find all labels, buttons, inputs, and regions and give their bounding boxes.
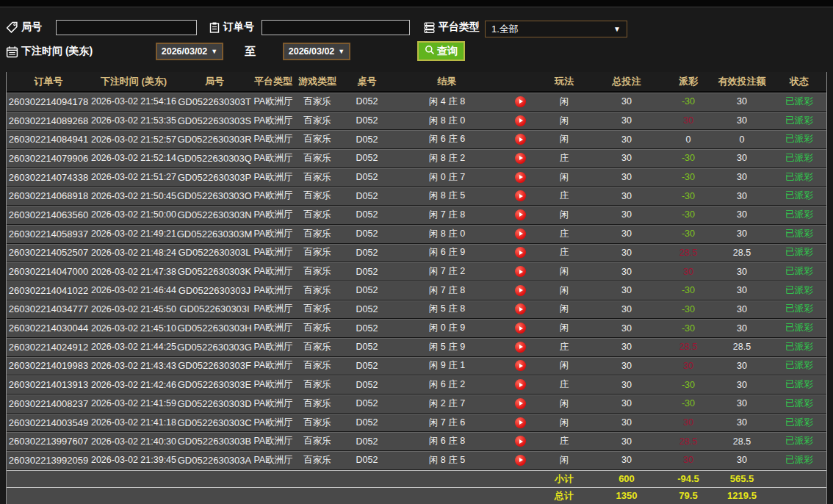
cell-table-no: D052 xyxy=(340,112,394,130)
cell-order-no: 260302214068918 xyxy=(7,187,90,205)
cell-order-no: 260302214058937 xyxy=(7,225,90,243)
cell-game-no: GD0522630303L xyxy=(177,244,252,262)
replay-button[interactable] xyxy=(515,455,526,466)
replay-button[interactable] xyxy=(515,247,526,258)
cell-result: 闲 0 庄 7 xyxy=(394,168,500,187)
cell-valid-bet: 30 xyxy=(712,451,772,469)
cell-payout: -30 xyxy=(665,281,712,300)
cell-play: 庄 xyxy=(540,375,588,394)
date-from-picker[interactable]: 2026/03/02 ▼ xyxy=(156,43,223,60)
replay-button[interactable] xyxy=(515,266,526,277)
replay-button[interactable] xyxy=(515,228,526,240)
cell-replay xyxy=(500,168,540,187)
replay-button[interactable] xyxy=(515,303,526,314)
cell-payout: 30 xyxy=(665,262,712,281)
col-header-total-bet: 总投注 xyxy=(588,72,665,91)
cell-bet-time: 2026-03-02 21:43:43 xyxy=(90,357,177,375)
date-to-picker[interactable]: 2026/03/02 ▼ xyxy=(283,43,350,60)
query-button[interactable]: 查询 xyxy=(417,41,465,61)
replay-button[interactable] xyxy=(515,172,526,183)
cell-status: 已派彩 xyxy=(772,149,826,168)
cell-replay xyxy=(500,375,540,394)
cell-valid-bet: 30 xyxy=(712,300,772,319)
total-valid-bet: 1219.5 xyxy=(712,488,772,504)
replay-button[interactable] xyxy=(515,436,526,447)
replay-button[interactable] xyxy=(515,398,526,409)
cell-table-no: D052 xyxy=(340,262,394,281)
cell-status: 已派彩 xyxy=(772,357,826,375)
cell-total-bet: 30 xyxy=(588,130,665,148)
cell-payout: 30 xyxy=(665,414,712,432)
order-no-input[interactable] xyxy=(262,20,410,35)
subtotal-payout: -94.5 xyxy=(665,471,712,487)
cell-play: 闲 xyxy=(540,414,588,432)
cell-play: 闲 xyxy=(540,262,588,281)
table-row: 260302214068918 2026-03-02 21:50:45 GD05… xyxy=(7,187,826,206)
game-no-input[interactable] xyxy=(56,20,197,35)
cell-valid-bet: 28.5 xyxy=(712,244,772,262)
cell-platform: PA欧洲厅 xyxy=(252,130,295,148)
play-icon xyxy=(519,118,523,123)
chevron-down-icon: ▼ xyxy=(211,48,217,55)
replay-button[interactable] xyxy=(515,360,526,371)
cell-result: 闲 2 庄 7 xyxy=(394,395,500,413)
col-header-platform: 平台类型 xyxy=(252,72,295,91)
replay-button[interactable] xyxy=(515,134,526,145)
cell-game-no: GD0522630303J xyxy=(177,281,252,300)
cell-table-no: D052 xyxy=(340,130,394,148)
replay-button[interactable] xyxy=(515,323,526,334)
total-payout: 79.5 xyxy=(665,488,712,504)
cell-order-no: 260302214024912 xyxy=(7,338,90,356)
total-label: 总计 xyxy=(540,488,588,504)
replay-button[interactable] xyxy=(515,96,526,107)
cell-game-type: 百家乐 xyxy=(295,244,340,262)
replay-button[interactable] xyxy=(515,115,526,126)
play-icon xyxy=(519,270,523,274)
cell-total-bet: 30 xyxy=(588,244,665,262)
replay-button[interactable] xyxy=(515,190,526,201)
cell-result: 闲 6 庄 9 xyxy=(394,244,500,262)
cell-payout: -30 xyxy=(665,93,712,111)
replay-button[interactable] xyxy=(515,379,526,390)
cell-valid-bet: 28.5 xyxy=(712,338,772,356)
cell-valid-bet: 30 xyxy=(712,395,772,413)
replay-button[interactable] xyxy=(515,153,526,164)
replay-button[interactable] xyxy=(515,417,526,428)
cell-play: 庄 xyxy=(540,149,588,168)
play-icon xyxy=(519,345,523,349)
cell-status: 已派彩 xyxy=(772,432,826,450)
cell-game-type: 百家乐 xyxy=(295,112,340,130)
cell-play: 闲 xyxy=(540,357,588,375)
total-total-bet: 1350 xyxy=(588,488,665,504)
cell-game-no: GD0522630303B xyxy=(177,432,252,450)
cell-game-no: GD0522630303C xyxy=(177,414,252,432)
search-icon xyxy=(425,45,435,57)
cell-game-type: 百家乐 xyxy=(295,206,340,224)
cell-play: 庄 xyxy=(540,244,588,262)
table-row: 260302214063560 2026-03-02 21:50:00 GD05… xyxy=(7,206,826,225)
play-icon xyxy=(519,401,523,406)
cell-replay xyxy=(500,357,540,375)
cell-valid-bet: 30 xyxy=(712,225,772,243)
replay-button[interactable] xyxy=(515,285,526,296)
play-icon xyxy=(519,231,523,236)
cell-replay xyxy=(500,225,540,243)
cell-total-bet: 30 xyxy=(588,357,665,375)
cell-replay xyxy=(500,149,540,168)
cell-game-type: 百家乐 xyxy=(295,338,340,356)
cell-table-no: D052 xyxy=(340,281,394,300)
cell-table-no: D052 xyxy=(340,375,394,394)
cell-result: 闲 4 庄 8 xyxy=(394,93,500,111)
game-no-label: 局号 xyxy=(6,21,42,34)
cell-game-no: GD0522630303D xyxy=(177,395,252,413)
table-row: 260302214058937 2026-03-02 21:49:21 GD05… xyxy=(7,225,826,244)
platform-type-select[interactable]: 1.全部 ▼ xyxy=(485,21,627,37)
cell-payout: -30 xyxy=(665,225,712,243)
replay-button[interactable] xyxy=(515,209,526,220)
cell-payout: 30 xyxy=(665,112,712,130)
cell-play: 庄 xyxy=(540,432,588,450)
cell-total-bet: 30 xyxy=(588,225,665,243)
cell-game-type: 百家乐 xyxy=(295,300,340,319)
cell-total-bet: 30 xyxy=(588,451,665,469)
replay-button[interactable] xyxy=(515,342,526,353)
